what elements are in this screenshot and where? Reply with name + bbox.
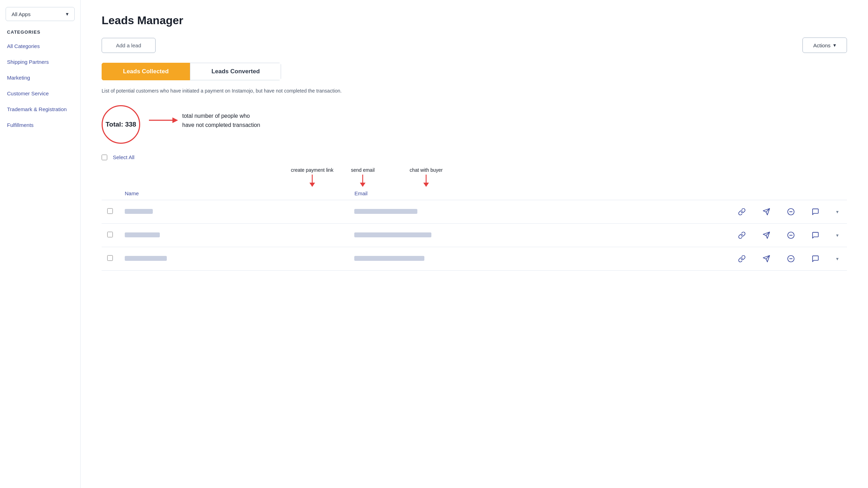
table-row: ▾ xyxy=(102,247,847,271)
row1-email-cell xyxy=(349,200,730,224)
row3-chat-cell xyxy=(803,247,828,271)
description-text: List of potential customers who have ini… xyxy=(102,87,847,95)
down-arrow-email xyxy=(356,173,370,187)
col-chat-icon xyxy=(803,187,828,200)
send-icon xyxy=(763,231,770,239)
sidebar-nav: All Categories Shipping Partners Marketi… xyxy=(0,38,80,133)
row1-send-email-button[interactable] xyxy=(760,206,773,217)
add-lead-button[interactable]: Add a lead xyxy=(102,38,156,53)
total-section: Total: 338 total number of people who ha… xyxy=(102,105,847,144)
table-row: ▾ xyxy=(102,200,847,224)
tab-leads-converted[interactable]: Leads Converted xyxy=(190,63,281,80)
col-checkbox xyxy=(102,187,119,200)
down-arrow-chat xyxy=(419,173,433,187)
row1-send-email-cell xyxy=(754,200,779,224)
sidebar-item-trademark[interactable]: Trademark & Registration xyxy=(0,101,80,117)
arrow-annotation: total number of people who have not comp… xyxy=(147,111,260,129)
row2-expand-cell: ▾ xyxy=(828,224,847,247)
row2-email xyxy=(354,232,431,237)
row1-expand-cell: ▾ xyxy=(828,200,847,224)
row2-send-email-button[interactable] xyxy=(760,230,773,240)
actions-button[interactable]: Actions ▾ xyxy=(802,38,847,53)
row1-remove-button[interactable] xyxy=(784,206,798,217)
link-icon xyxy=(738,208,746,216)
table-row: ▾ xyxy=(102,224,847,247)
row3-name xyxy=(125,256,167,261)
row3-checkbox[interactable] xyxy=(107,255,113,261)
row2-name xyxy=(125,232,160,237)
page-title: Leads Manager xyxy=(102,14,847,27)
row3-send-email-button[interactable] xyxy=(760,253,773,264)
col-expand-icon xyxy=(828,187,847,200)
row3-remove-cell xyxy=(779,247,803,271)
chat-icon xyxy=(812,231,819,239)
all-apps-dropdown[interactable]: All Apps ▾ xyxy=(6,7,75,21)
row1-checkbox[interactable] xyxy=(107,208,113,214)
row3-expand-cell: ▾ xyxy=(828,247,847,271)
row3-chat-button[interactable] xyxy=(809,253,822,264)
col-payment-link-icon xyxy=(730,187,754,200)
chevron-down-icon: ▾ xyxy=(836,256,839,262)
row1-checkbox-cell xyxy=(102,200,119,224)
sidebar-item-all-categories[interactable]: All Categories xyxy=(0,38,80,54)
row1-name xyxy=(125,209,153,214)
row2-remove-button[interactable] xyxy=(784,230,798,240)
row3-payment-link-cell xyxy=(730,247,754,271)
row3-payment-link-button[interactable] xyxy=(735,253,749,264)
row3-expand-button[interactable]: ▾ xyxy=(833,255,841,263)
row1-chat-cell xyxy=(803,200,828,224)
row3-name-cell xyxy=(119,247,349,271)
link-icon xyxy=(738,231,746,239)
chevron-down-icon: ▾ xyxy=(836,209,839,215)
row3-checkbox-cell xyxy=(102,247,119,271)
table-header: Name Email xyxy=(102,187,847,200)
col-email: Email xyxy=(349,187,730,200)
chevron-down-icon: ▾ xyxy=(836,232,839,238)
select-all-label[interactable]: Select All xyxy=(113,154,135,160)
send-email-annotation: send email xyxy=(351,167,375,173)
chat-buyer-annotation: chat with buyer xyxy=(410,167,443,173)
sidebar-item-shipping-partners[interactable]: Shipping Partners xyxy=(0,54,80,70)
row3-send-email-cell xyxy=(754,247,779,271)
row1-payment-link-button[interactable] xyxy=(735,206,749,217)
svg-marker-7 xyxy=(423,183,429,187)
sidebar: All Apps ▾ CATEGORIES All Categories Shi… xyxy=(0,0,81,488)
row3-email xyxy=(354,256,424,261)
col-send-email-icon xyxy=(754,187,779,200)
row1-payment-link-cell xyxy=(730,200,754,224)
all-apps-label: All Apps xyxy=(12,11,30,17)
select-all-row: Select All xyxy=(102,154,847,160)
svg-marker-5 xyxy=(360,183,365,187)
row2-checkbox[interactable] xyxy=(107,232,113,237)
row1-name-cell xyxy=(119,200,349,224)
select-all-checkbox[interactable] xyxy=(102,155,107,160)
row1-chat-button[interactable] xyxy=(809,206,822,217)
row2-send-email-cell xyxy=(754,224,779,247)
row2-expand-button[interactable]: ▾ xyxy=(833,231,841,239)
actions-label: Actions xyxy=(813,42,831,48)
sidebar-item-fulfillments[interactable]: Fulfillments xyxy=(0,117,80,133)
row1-expand-button[interactable]: ▾ xyxy=(833,208,841,216)
tab-leads-collected[interactable]: Leads Collected xyxy=(102,63,190,80)
chevron-down-icon: ▾ xyxy=(833,42,836,48)
row1-remove-cell xyxy=(779,200,803,224)
right-arrow-icon xyxy=(147,113,179,127)
svg-marker-1 xyxy=(172,117,178,123)
col-name: Name xyxy=(119,187,349,200)
send-icon xyxy=(763,255,770,263)
chevron-down-icon: ▾ xyxy=(66,11,69,17)
sidebar-item-customer-service[interactable]: Customer Service xyxy=(0,86,80,101)
remove-icon xyxy=(787,255,795,263)
row2-chat-cell xyxy=(803,224,828,247)
chat-icon xyxy=(812,208,819,216)
sidebar-item-marketing[interactable]: Marketing xyxy=(0,70,80,86)
remove-icon xyxy=(787,231,795,239)
row2-name-cell xyxy=(119,224,349,247)
row3-remove-button[interactable] xyxy=(784,253,798,264)
annotation-text: total number of people who have not comp… xyxy=(182,111,260,129)
tabs: Leads Collected Leads Converted xyxy=(102,63,281,80)
row2-payment-link-button[interactable] xyxy=(735,230,749,240)
row2-chat-button[interactable] xyxy=(809,230,822,240)
create-payment-link-annotation: create payment link xyxy=(291,167,333,173)
send-icon xyxy=(763,208,770,216)
